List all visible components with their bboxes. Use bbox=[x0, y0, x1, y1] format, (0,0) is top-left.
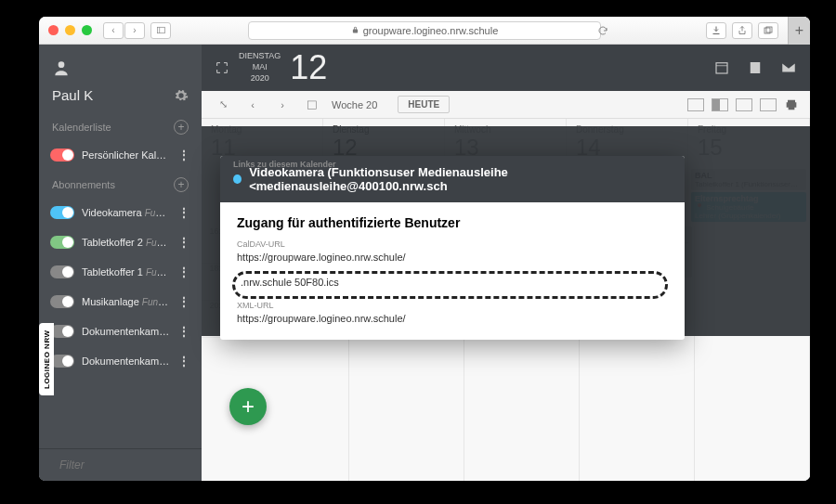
today-button[interactable]: HEUTE bbox=[398, 96, 450, 113]
svg-rect-0 bbox=[157, 27, 164, 32]
pick-date-icon[interactable] bbox=[302, 95, 322, 115]
current-day-number: 12 bbox=[290, 48, 327, 87]
svg-point-4 bbox=[59, 61, 65, 68]
modal-heading: Zugang für authentifizierte Benutzer bbox=[237, 215, 668, 230]
filter-input[interactable] bbox=[59, 459, 200, 472]
modal-title: Videokamera (Funktionsuser Medienausleih… bbox=[249, 165, 672, 193]
links-modal: Links zu diesem Kalender Videokamera (Fu… bbox=[220, 156, 685, 340]
collapse-icon[interactable]: ⤡ bbox=[213, 95, 233, 115]
view-day-button[interactable] bbox=[687, 98, 704, 111]
svg-rect-10 bbox=[307, 100, 316, 109]
lock-icon bbox=[351, 26, 359, 34]
xml-label: XML-URL bbox=[237, 301, 668, 310]
sidebar-item-tabletkoffer2[interactable]: Tabletkoffer 2 Funktion…⋮ bbox=[39, 227, 202, 257]
sidebar-item-dokkamera1[interactable]: Dokumentenkamera 1 F…⋮ bbox=[39, 346, 202, 376]
sidebar: Paul K Kalenderliste+ Persönlicher Kalen… bbox=[39, 45, 202, 481]
view-ww-button[interactable] bbox=[712, 98, 728, 111]
calendar-color-dot bbox=[233, 174, 242, 184]
caldav-label: CalDAV-URL bbox=[237, 239, 668, 249]
logineo-tab[interactable]: LOGINEO NRW bbox=[39, 323, 54, 395]
contacts-icon[interactable] bbox=[747, 59, 764, 76]
forward-button[interactable]: › bbox=[124, 22, 145, 39]
tabs-button[interactable] bbox=[758, 22, 778, 39]
sidebar-item-personal[interactable]: Persönlicher Kalender ⋮ bbox=[39, 140, 202, 170]
url-text: groupware.logineo.nrw.schule bbox=[363, 25, 499, 36]
topbar: DIENSTAGMAI2020 12 bbox=[202, 45, 810, 91]
new-tab-button[interactable]: + bbox=[788, 17, 810, 45]
highlight-annotation bbox=[232, 271, 668, 299]
browser-titlebar: ‹ › groupware.logineo.nrw.schule + bbox=[39, 17, 810, 45]
next-week-button[interactable]: › bbox=[272, 95, 293, 115]
share-button[interactable] bbox=[732, 22, 752, 39]
mail-icon[interactable] bbox=[780, 59, 797, 76]
week-label: Woche 20 bbox=[332, 99, 377, 110]
add-event-fab[interactable]: + bbox=[229, 388, 267, 425]
fullscreen-icon[interactable] bbox=[215, 60, 229, 75]
download-button[interactable] bbox=[706, 22, 726, 39]
caldav-url[interactable]: https://groupware.logineo.nrw.schule/ bbox=[237, 249, 668, 265]
sidebar-filter[interactable] bbox=[39, 448, 202, 481]
sidebar-item-tabletkoffer1[interactable]: Tabletkoffer 1 Funktion…⋮ bbox=[39, 257, 202, 287]
svg-rect-7 bbox=[716, 63, 727, 73]
reload-icon[interactable] bbox=[597, 25, 608, 36]
avatar-icon bbox=[52, 58, 71, 78]
sidebar-item-videokamera[interactable]: Videokamera Funktion…⋮ bbox=[39, 198, 202, 227]
add-calendar-button[interactable]: + bbox=[174, 120, 189, 135]
view-week-button[interactable] bbox=[736, 98, 752, 111]
minimize-window-button[interactable] bbox=[65, 25, 75, 35]
sidebar-item-musikanlage[interactable]: Musikanlage Funktions…⋮ bbox=[39, 287, 202, 317]
toggle[interactable] bbox=[50, 149, 74, 162]
more-icon[interactable]: ⋮ bbox=[177, 148, 190, 162]
prev-week-button[interactable]: ‹ bbox=[242, 95, 263, 115]
view-month-button[interactable] bbox=[760, 98, 777, 111]
user-name: Paul K bbox=[52, 87, 93, 103]
nav-row: ⤡ ‹ › Woche 20 HEUTE bbox=[202, 91, 810, 119]
xml-url[interactable]: https://groupware.logineo.nrw.schule/ bbox=[237, 310, 668, 327]
add-subscription-button[interactable]: + bbox=[174, 177, 189, 192]
print-icon[interactable] bbox=[784, 97, 799, 112]
gear-icon[interactable] bbox=[174, 88, 189, 103]
svg-rect-9 bbox=[751, 62, 761, 73]
sidebar-section-kalenderliste: Kalenderliste+ bbox=[39, 112, 202, 140]
back-button[interactable]: ‹ bbox=[103, 22, 124, 39]
close-window-button[interactable] bbox=[48, 25, 59, 35]
sidebar-item-dokkamera2[interactable]: Dokumentenkamera 2 …⋮ bbox=[39, 317, 202, 346]
url-bar[interactable]: groupware.logineo.nrw.schule bbox=[248, 21, 601, 40]
maximize-window-button[interactable] bbox=[82, 25, 92, 35]
sidebar-section-abonnements: Abonnements+ bbox=[39, 170, 202, 198]
calendar-icon[interactable] bbox=[713, 59, 730, 76]
show-sidebar-button[interactable] bbox=[150, 22, 171, 39]
